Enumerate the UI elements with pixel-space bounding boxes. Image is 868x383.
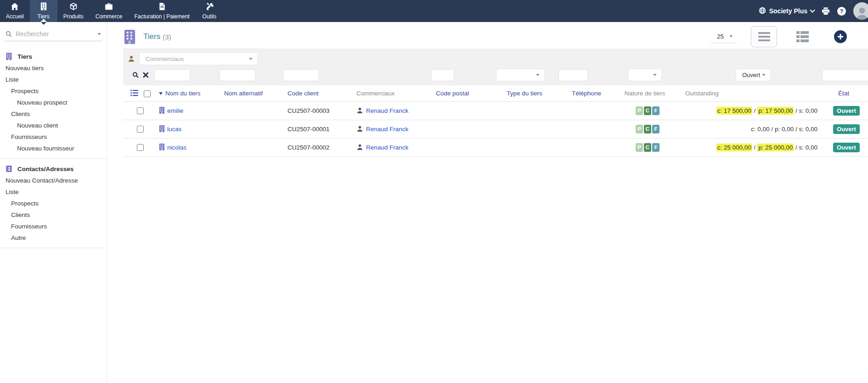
- user-icon: [356, 144, 366, 151]
- sidebar-item-nouveau-prospect[interactable]: Nouveau prospect: [0, 97, 107, 108]
- section-title: Tiers: [17, 53, 32, 60]
- menu-outils[interactable]: Outils: [196, 0, 223, 22]
- sidebar-item-liste-tiers[interactable]: Liste: [0, 74, 107, 85]
- salesrep-link[interactable]: Renaud Franck: [366, 144, 408, 151]
- nature-badge-client: C: [644, 143, 651, 152]
- filter-band: Commerciaux: [123, 49, 868, 67]
- col-type-du-tiers[interactable]: Type du tiers: [493, 85, 556, 101]
- select-placeholder: Commerciaux: [146, 56, 184, 62]
- user-avatar[interactable]: [853, 2, 868, 20]
- company-name: Society Plus: [769, 7, 807, 15]
- thirdparty-link[interactable]: lucas: [167, 126, 182, 133]
- section-tiers[interactable]: Tiers: [0, 50, 107, 62]
- clear-filters-icon[interactable]: [142, 72, 149, 78]
- sidebar-item-liste-contacts[interactable]: Liste: [0, 186, 107, 198]
- table-row: nicolas CU2507-00002 Renaud Franck PCF c…: [123, 138, 868, 156]
- nature-badge-client: C: [644, 106, 651, 115]
- menu-tiers[interactable]: Tiers: [30, 0, 57, 22]
- sidebar-item-contacts-clients[interactable]: Clients: [0, 209, 107, 221]
- col-code-client[interactable]: Code client: [280, 85, 349, 101]
- active-tab-notch: [41, 22, 46, 25]
- outstanding-values: c: 17 500,00 / p: 17 500,00 / s: 0,00: [672, 101, 819, 120]
- add-thirdparty-button[interactable]: [834, 30, 847, 43]
- menu-produits[interactable]: Produits: [57, 0, 90, 22]
- menu-facturation[interactable]: Facturation | Paiement: [128, 0, 196, 22]
- search-submit-icon[interactable]: [132, 72, 139, 78]
- filter-telephone[interactable]: [558, 69, 588, 81]
- salesrep-link[interactable]: Renaud Franck: [366, 126, 408, 133]
- filter-status-select[interactable]: Ouvert: [736, 69, 771, 81]
- col-code-postal[interactable]: Code postal: [428, 85, 493, 101]
- address-book-icon: [6, 165, 12, 172]
- select-all-checkbox[interactable]: [144, 90, 151, 97]
- section-title: Contacts/Adresses: [17, 166, 73, 172]
- sidebar-item-contacts-autre[interactable]: Autre: [0, 232, 107, 244]
- tiers-title-icon: [123, 30, 136, 44]
- building-icon: [6, 53, 12, 60]
- search-input[interactable]: [16, 30, 94, 38]
- thirdparty-link[interactable]: nicolas: [167, 144, 186, 151]
- col-commerciaux[interactable]: Commerciaux: [349, 85, 428, 101]
- status-badge: Ouvert: [833, 143, 860, 152]
- plus-icon: [837, 33, 844, 40]
- row-checkbox[interactable]: [137, 107, 144, 114]
- sidebar-search: [5, 28, 102, 41]
- col-nature-de-tiers[interactable]: Nature de tiers: [617, 85, 672, 101]
- filter-nom-alternatif[interactable]: [220, 69, 255, 81]
- col-telephone[interactable]: Téléphone: [556, 85, 617, 101]
- chevron-down-icon[interactable]: [97, 33, 101, 35]
- row-checkbox[interactable]: [137, 144, 144, 151]
- page-title: Tiers: [143, 32, 160, 41]
- sidebar-item-prospects[interactable]: Prospects: [0, 85, 107, 97]
- chevron-down-icon: [653, 74, 657, 76]
- kanban-view-button[interactable]: [796, 31, 809, 42]
- menu-commerce[interactable]: Commerce: [90, 0, 129, 22]
- thirdparty-link[interactable]: emilie: [167, 107, 183, 114]
- building-icon: [159, 107, 167, 114]
- col-outstanding[interactable]: Outstanding: [672, 85, 819, 101]
- search-icon: [6, 31, 12, 37]
- chevron-down-icon: [536, 74, 540, 76]
- menu-label: Facturation | Paiement: [134, 13, 190, 20]
- col-nom-du-tiers[interactable]: Nom du tiers: [152, 85, 217, 101]
- filter-nature-select[interactable]: [628, 69, 662, 81]
- filter-nom-du-tiers[interactable]: [154, 69, 190, 81]
- filter-code-client[interactable]: [283, 69, 319, 81]
- help-button[interactable]: ?: [837, 7, 846, 16]
- active-tab-notch: [40, 19, 47, 22]
- sidebar-item-nouveau-contact[interactable]: Nouveau Contact/Adresse: [0, 175, 107, 186]
- sidebar-item-contacts-fournisseurs[interactable]: Fournisseurs: [0, 221, 107, 232]
- sidebar-item-nouveau-client[interactable]: Nouveau client: [0, 120, 107, 131]
- menu-label: Accueil: [6, 13, 24, 20]
- row-checkbox[interactable]: [137, 126, 144, 133]
- print-button[interactable]: [822, 7, 830, 15]
- list-fields-icon[interactable]: [130, 90, 138, 97]
- user-icon: [356, 107, 366, 114]
- list-view-button[interactable]: [751, 26, 777, 47]
- briefcase-icon: [105, 2, 113, 12]
- filter-etat[interactable]: [822, 69, 868, 81]
- tools-icon: [205, 2, 214, 12]
- code-client-value: CU2507-00002: [280, 138, 349, 156]
- globe-icon: [759, 7, 766, 16]
- filter-code-postal[interactable]: [431, 69, 454, 81]
- sidebar-item-contacts-prospects[interactable]: Prospects: [0, 198, 107, 209]
- col-etat[interactable]: État: [819, 85, 868, 101]
- top-menubar: Accueil Tiers Produits Commerce Facturat…: [0, 0, 868, 22]
- sidebar-item-fournisseurs[interactable]: Fournisseurs: [0, 131, 107, 143]
- commerciaux-filter-select[interactable]: Commerciaux: [139, 52, 258, 65]
- sidebar-item-nouveau-fournisseur[interactable]: Nouveau fournisseur: [0, 143, 107, 154]
- salesrep-link[interactable]: Renaud Franck: [366, 107, 408, 114]
- page-size-select[interactable]: 25: [710, 31, 737, 43]
- sidebar-item-clients[interactable]: Clients: [0, 108, 107, 120]
- col-nom-alternatif[interactable]: Nom alternatif: [217, 85, 280, 101]
- section-contacts[interactable]: Contacts/Adresses: [0, 163, 107, 175]
- sidebar-divider: [0, 248, 107, 248]
- nature-badge-fournisseur: F: [652, 106, 659, 115]
- nature-badge-prospect: P: [636, 106, 643, 115]
- company-selector[interactable]: Society Plus: [759, 7, 814, 16]
- menu-accueil[interactable]: Accueil: [0, 0, 30, 22]
- nature-badge-fournisseur: F: [652, 125, 659, 133]
- sidebar-item-nouveau-tiers[interactable]: Nouveau tiers: [0, 62, 107, 74]
- filter-type-tiers-select[interactable]: [496, 69, 545, 81]
